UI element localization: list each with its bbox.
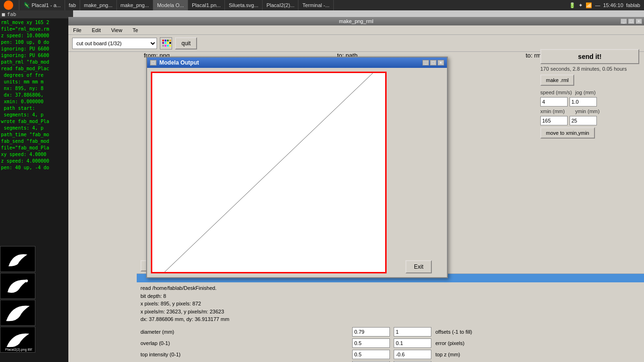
volume-icon: —: [595, 2, 600, 8]
menubar: File Edit View Te: [68, 25, 644, 35]
speed-input[interactable]: [540, 97, 568, 107]
xmin-label: xmin (mm): [540, 108, 573, 114]
taskbar-placai1-png[interactable]: PlacaI1.pn...: [188, 0, 225, 10]
top-intensity-label: top intensity (0-1): [140, 352, 348, 357]
xmin-ymin-labels: xmin (mm) ymin (mm): [540, 108, 639, 114]
menu-edit[interactable]: Edit: [89, 26, 104, 34]
main-window: ■ fab rml_move xy 165 2 file="rml_move.r…: [0, 10, 644, 362]
color-grid-button[interactable]: [160, 37, 172, 49]
taskbar-logo: [0, 0, 19, 10]
jog-input[interactable]: [570, 97, 597, 107]
modela-maximize-btn[interactable]: □: [430, 60, 437, 66]
jog-label: jog (mm): [575, 90, 608, 95]
log-area: read /home/fablab/DeskFinished. bit dept…: [137, 282, 644, 325]
modela-titlebar: □ Modela Output _ □ ×: [147, 58, 447, 68]
top-intensity-input-2[interactable]: [394, 350, 431, 359]
menu-te[interactable]: Te: [130, 26, 141, 34]
modela-dialog: □ Modela Output _ □ × Exit: [146, 57, 448, 278]
lizard-thumb-1[interactable]: [0, 246, 35, 272]
modela-content: Exit: [147, 68, 447, 277]
xmin-input[interactable]: [540, 116, 568, 125]
firefox-icon: [4, 0, 13, 10]
speed-label: speed (mm/s): [540, 90, 573, 95]
battery-icon: 🔋: [569, 2, 576, 8]
lizard-thumb-3[interactable]: [0, 300, 35, 326]
svg-text:PlacaI2(2).png  895 x 8: PlacaI2(2).png 895 x 8: [5, 348, 32, 352]
move-to-xmin-button[interactable]: move to xmin,ymin: [540, 127, 595, 139]
taskbar: 🦎 PlacaI1 - a... fab make_png... make_pn…: [0, 0, 644, 10]
modela-win-controls: _ □ ×: [422, 60, 444, 66]
menu-view[interactable]: View: [108, 26, 125, 34]
overlap-input-2[interactable]: [394, 338, 431, 348]
quit-button[interactable]: quit: [175, 37, 197, 49]
close-button[interactable]: ×: [636, 18, 642, 24]
exit-button[interactable]: Exit: [405, 260, 432, 273]
svg-line-6: [165, 73, 373, 272]
menu-file[interactable]: File: [70, 26, 84, 34]
lizard-sidebar: PlacaI2(2).png 895 x 8: [0, 10, 38, 362]
modela-title: Modela Output: [159, 59, 199, 66]
rml-panel: send it! 170 seconds, 2.8 minutes, 0.05 …: [540, 49, 639, 139]
wifi-icon: 📶: [586, 2, 592, 8]
taskbar-right: 🔋 ✦ 📶 — 15:46:10 fablab: [565, 2, 644, 8]
taskbar-placai1[interactable]: 🦎 PlacaI1 - a...: [19, 0, 65, 10]
fablab-label: fablab: [626, 2, 640, 8]
diameter-label: diameter (mm): [140, 329, 348, 335]
ymin-label: ymin (mm): [575, 108, 608, 114]
taskbar-modela[interactable]: Modela O...: [153, 0, 188, 10]
lizard-thumb-4[interactable]: PlacaI2(2).png 895 x 8: [0, 327, 35, 353]
diameter-input-2[interactable]: [394, 327, 431, 337]
window-controls: _ □ ×: [620, 18, 642, 24]
taskbar-fab[interactable]: fab: [65, 0, 80, 10]
speed-inputs: [540, 97, 639, 107]
make-rml-button[interactable]: make .rml: [540, 74, 574, 86]
log-line-5: dx: 37.886806 mm, dy: 36.913177 mm: [140, 315, 640, 323]
send-it-button[interactable]: send it!: [540, 49, 639, 64]
log-line-4: x pixels/m: 23623, y pixels/m: 23623: [140, 308, 640, 316]
timing-display: 170 seconds, 2.8 minutes, 0.05 hours: [540, 66, 639, 72]
maximize-button[interactable]: □: [628, 18, 635, 24]
modela-minimize-btn[interactable]: _: [422, 60, 429, 66]
taskbar-make-png2[interactable]: make_png...: [117, 0, 154, 10]
modela-right-panel: Exit: [390, 68, 447, 277]
top-intensity-input-1[interactable]: [352, 350, 390, 359]
ymin-input[interactable]: [570, 116, 597, 125]
top-z-label: top z (mm): [435, 352, 640, 357]
log-line-1: read /home/fablab/DeskFinished.: [140, 284, 640, 292]
offsets-label: offsets (-1 to fill): [435, 329, 640, 335]
minimize-button[interactable]: _: [620, 18, 627, 24]
diameter-input-1[interactable]: [352, 327, 390, 337]
taskbar-placai2[interactable]: PlacaI2(2)...: [263, 0, 298, 10]
modela-menu-btn[interactable]: □: [150, 60, 157, 66]
error-label: error (pixels): [435, 340, 640, 346]
taskbar-make-png1[interactable]: make_png...: [80, 0, 117, 10]
taskbar-terminal[interactable]: Terminal -...: [298, 0, 333, 10]
overlap-label: overlap (0-1): [140, 340, 348, 346]
xmin-ymin-inputs: [540, 116, 639, 125]
modela-canvas: [151, 72, 387, 273]
modela-close-btn[interactable]: ×: [438, 60, 444, 66]
taskbar-silueta[interactable]: Silueta.svg...: [225, 0, 263, 10]
overlap-input-1[interactable]: [352, 338, 390, 348]
window-title: make_png_rml: [339, 18, 373, 24]
bluetooth-icon: ✦: [578, 2, 583, 8]
modela-svg: [152, 73, 385, 272]
bottom-params: diameter (mm) offsets (-1 to fill) overl…: [137, 325, 644, 362]
lizard-thumb-2[interactable]: [0, 273, 35, 299]
svg-point-2: [25, 280, 28, 282]
make-png-titlebar: make_png_rml _ □ ×: [68, 17, 644, 25]
speed-row: speed (mm/s) jog (mm): [540, 90, 639, 95]
clock: 15:46:10: [603, 2, 623, 8]
mode-dropdown[interactable]: cut out board (1/32): [72, 38, 157, 49]
log-line-2: bit depth: 8: [140, 292, 640, 300]
log-line-3: x pixels: 895, y pixels: 872: [140, 300, 640, 308]
